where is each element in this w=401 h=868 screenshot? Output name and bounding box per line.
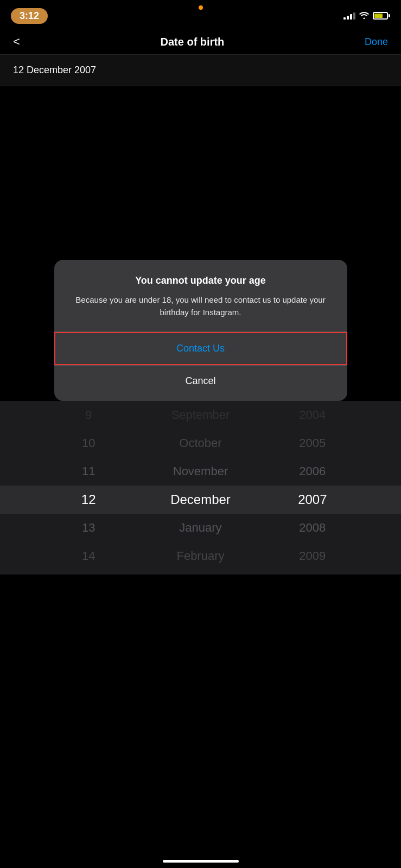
camera-indicator xyxy=(199,5,203,10)
picker-month: November xyxy=(144,464,256,478)
picker-day: 11 xyxy=(33,464,144,478)
picker-month: September xyxy=(144,408,256,422)
contact-us-button[interactable]: Contact Us xyxy=(54,332,347,365)
picker-day-selected: 12 xyxy=(33,492,144,507)
picker-day: 13 xyxy=(33,521,144,535)
status-bar: 3:12 xyxy=(0,0,401,29)
back-button[interactable]: < xyxy=(13,35,20,49)
picker-year: 2005 xyxy=(257,436,368,450)
picker-month: October xyxy=(144,436,256,450)
navigation-bar: < Date of birth Done xyxy=(0,29,401,55)
home-indicator xyxy=(163,860,239,863)
picker-year: 2004 xyxy=(257,408,368,422)
picker-row[interactable]: 11 November 2006 xyxy=(0,457,401,486)
picker-day: 14 xyxy=(33,549,144,563)
battery-icon xyxy=(373,12,390,20)
picker-row[interactable]: 10 October 2005 xyxy=(0,429,401,457)
page-title: Date of birth xyxy=(161,36,225,48)
status-icons xyxy=(343,11,390,21)
modal-overlay: You cannot update your age Because you a… xyxy=(0,260,401,401)
wifi-icon xyxy=(359,11,370,21)
picker-row[interactable]: 15 March 2010 xyxy=(0,570,401,575)
picker-month: February xyxy=(144,549,256,563)
background-area xyxy=(0,86,401,260)
picker-month: January xyxy=(144,521,256,535)
picker-year: 2006 xyxy=(257,464,368,478)
picker-year: 2008 xyxy=(257,521,368,535)
picker-day: 10 xyxy=(33,436,144,450)
selected-date-text: 12 December 2007 xyxy=(13,65,96,75)
picker-year-selected: 2007 xyxy=(257,492,368,507)
picker-year: 2009 xyxy=(257,549,368,563)
status-time: 3:12 xyxy=(11,8,48,24)
date-display: 12 December 2007 xyxy=(0,55,401,86)
picker-rows: 9 September 2004 10 October 2005 11 Nove… xyxy=(0,401,401,575)
done-button[interactable]: Done xyxy=(365,36,388,48)
age-restriction-modal: You cannot update your age Because you a… xyxy=(54,260,347,401)
modal-title: You cannot update your age xyxy=(67,275,334,286)
signal-icon xyxy=(343,12,355,20)
cancel-button[interactable]: Cancel xyxy=(54,366,347,397)
picker-row[interactable]: 9 September 2004 xyxy=(0,401,401,429)
picker-row[interactable]: 14 February 2009 xyxy=(0,542,401,570)
picker-row-selected[interactable]: 12 December 2007 xyxy=(0,486,401,514)
picker-row[interactable]: 13 January 2008 xyxy=(0,514,401,542)
picker-day: 9 xyxy=(33,408,144,422)
picker-month-selected: December xyxy=(144,492,256,507)
date-picker[interactable]: 9 September 2004 10 October 2005 11 Nove… xyxy=(0,401,401,575)
modal-body: Because you are under 18, you will need … xyxy=(67,294,334,318)
